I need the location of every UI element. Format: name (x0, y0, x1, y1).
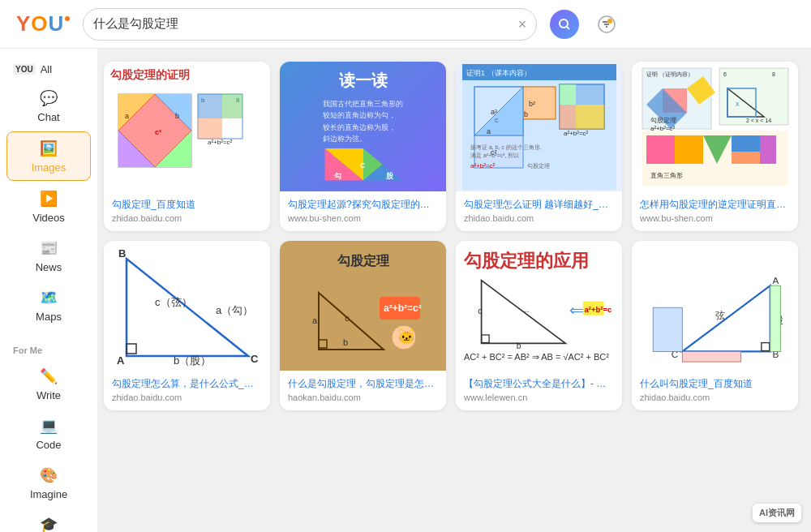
image-card-1[interactable]: 勾股定理的证明 a (104, 62, 270, 231)
svg-text:勾股定理: 勾股定理 (650, 117, 676, 124)
image-grid: 勾股定理的证明 a (104, 62, 798, 410)
sidebar-item-imagine-label: Imagine (30, 488, 67, 500)
svg-text:a²+b²=c²: a²+b²=c² (208, 139, 233, 146)
imagine-icon: 🎨 (39, 466, 58, 485)
card-info-1: 勾股定理_百度知道 zhidao.baidu.com (104, 191, 270, 231)
colorful-svg: 证明 （证明内容） 勾股定理 a²+b²=c² 6 8 (638, 64, 792, 190)
image-card-3[interactable]: 证明1 （课本内容） a² b² c² a b (456, 62, 622, 231)
sidebar-item-videos[interactable]: ▶️ Videos (6, 182, 91, 230)
svg-text:股: 股 (384, 172, 393, 180)
logo-y: Y (16, 11, 29, 36)
svg-text:a: a (312, 315, 318, 325)
code-icon: 💻 (39, 416, 58, 435)
sidebar-item-study[interactable]: 🎓 Study (6, 508, 91, 532)
sidebar-item-chat-label: Chat (37, 111, 59, 123)
svg-text:勾股定理: 勾股定理 (527, 163, 550, 169)
svg-rect-19 (198, 94, 222, 118)
svg-text:b: b (524, 110, 528, 118)
header: YOU × (0, 0, 811, 49)
write-icon: ✏️ (39, 367, 58, 386)
filter-button[interactable] (592, 10, 621, 39)
svg-text:直角三角形: 直角三角形 (650, 172, 683, 179)
card-image-8: C B A 勾 股 弦 (632, 241, 798, 371)
svg-text:弦: 弦 (715, 310, 725, 320)
sidebar-item-images[interactable]: 🖼️ Images (6, 131, 91, 181)
card-domain-3: zhidao.baidu.com (464, 213, 614, 223)
svg-rect-46 (560, 105, 576, 129)
svg-text:勾: 勾 (333, 172, 341, 180)
image-card-6[interactable]: 勾股定理 b a c a²+b²=c² (280, 241, 446, 410)
svg-rect-110 (653, 307, 682, 351)
image-card-2[interactable]: 读一读 我国古代把直角三角形的较短的直角边称为勾，较长的直角边称为股，斜边称为弦… (280, 62, 446, 231)
card-title-1: 勾股定理_百度知道 (112, 198, 262, 212)
news-icon: 📰 (39, 238, 58, 258)
svg-rect-44 (576, 84, 604, 105)
svg-text:a²+b²=c: a²+b²=c (585, 304, 612, 313)
svg-text:A: A (772, 275, 779, 285)
sidebar-item-videos-label: Videos (32, 212, 65, 224)
card-info-2: 勾股定理起源?探究勾股定理的起源写一篇议论文 www.bu-shen.com (280, 191, 446, 231)
sidebar-item-all[interactable]: YOU All (0, 58, 97, 80)
svg-rect-21 (198, 118, 222, 139)
sidebar-item-imagine[interactable]: 🎨 Imagine (6, 459, 91, 507)
app-title: 勾股定理的应用 (464, 249, 614, 273)
read-triangle-svg: 勾 C 股 (311, 145, 416, 183)
card-image-3: 证明1 （课本内容） a² b² c² a b (456, 62, 622, 191)
card-domain-1: zhidao.baidu.com (112, 213, 262, 223)
card-domain-4: www.bu-shen.com (640, 213, 790, 223)
card-title-4: 怎样用勾股定理的逆定理证明直角三角形·证明勾股定理的逆定理 (640, 198, 790, 212)
card-title-8: 什么叫勾股定理_百度知道 (640, 377, 790, 391)
sidebar-item-write[interactable]: ✏️ Write (6, 360, 91, 408)
proof-title: 勾股定理的证明 (110, 68, 190, 83)
sidebar-item-maps-label: Maps (36, 311, 62, 323)
svg-point-6 (607, 19, 612, 24)
for-me-label: For Me (0, 342, 97, 358)
svg-rect-72 (732, 152, 760, 164)
image-card-7[interactable]: 勾股定理的应用 b c ... ⟺ (456, 241, 622, 410)
sidebar-item-code-label: Code (36, 439, 61, 451)
brown-card-svg: b a c a²+b²=c² 🐱 (303, 277, 424, 358)
brown-card-title: 勾股定理 (337, 253, 389, 270)
image-card-8[interactable]: C B A 勾 股 弦 (632, 241, 798, 410)
sidebar-item-code[interactable]: 💻 Code (6, 410, 91, 457)
videos-icon: ▶️ (39, 189, 58, 208)
card-domain-6: haokan.baidu.com (288, 393, 438, 402)
images-icon: 🖼️ (39, 139, 58, 158)
sidebar-item-write-label: Write (36, 389, 61, 401)
svg-text:b: b (175, 112, 179, 120)
svg-text:a: a (487, 127, 491, 135)
main-area: YOU All 💬 Chat 🖼️ Images ▶️ Videos 📰 New… (0, 49, 811, 532)
card-info-4: 怎样用勾股定理的逆定理证明直角三角形·证明勾股定理的逆定理 www.bu-she… (632, 191, 798, 231)
sidebar-item-maps[interactable]: 🗺️ Maps (6, 281, 91, 329)
svg-text:c²: c² (155, 128, 161, 136)
formula-line: AC² + BC² = AB² ⇒ AB = √AC² + BC² (464, 352, 614, 363)
search-button[interactable] (550, 10, 579, 39)
svg-text:据考证 a, b, c 的这个三角形,: 据考证 a, b, c 的这个三角形, (470, 144, 542, 151)
svg-text:证明1 （课本内容）: 证明1 （课本内容） (466, 69, 531, 77)
proof-svg: a b c² b 8 a²+b²=c² (110, 86, 248, 175)
svg-line-1 (567, 26, 570, 29)
study-icon: 🎓 (39, 515, 58, 532)
search-bar: × (83, 8, 537, 41)
search-input[interactable] (93, 17, 511, 31)
svg-text:c: c (345, 313, 350, 323)
sidebar-item-chat[interactable]: 💬 Chat (6, 82, 91, 130)
card-image-2: 读一读 我国古代把直角三角形的较短的直角边称为勾，较长的直角边称为股，斜边称为弦… (280, 62, 446, 191)
card-image-6: 勾股定理 b a c a²+b²=c² (280, 241, 446, 371)
svg-rect-112 (770, 285, 780, 351)
svg-text:b（股）: b（股） (174, 354, 211, 367)
sidebar: YOU All 💬 Chat 🖼️ Images ▶️ Videos 📰 New… (0, 49, 97, 532)
blue-diagram-svg: 证明1 （课本内容） a² b² c² a b (462, 64, 616, 190)
svg-text:a²+b²=c²: a²+b²=c² (564, 130, 589, 137)
card-image-1: 勾股定理的证明 a (104, 62, 270, 191)
image-card-4[interactable]: 证明 （证明内容） 勾股定理 a²+b²=c² 6 8 (632, 62, 798, 231)
image-card-5[interactable]: B C A b（股） a（勾） c（弦） 勾股定理怎么算，是什么公式_百度知道 (104, 241, 270, 410)
sidebar-item-news[interactable]: 📰 News (6, 232, 91, 280)
clear-button[interactable]: × (518, 17, 527, 32)
svg-rect-94 (482, 335, 490, 343)
sidebar-item-news-label: News (36, 261, 62, 273)
svg-marker-73 (760, 135, 776, 164)
logo-u: U (49, 11, 63, 36)
logo: YOU (16, 11, 70, 36)
logo-o: O (31, 11, 46, 36)
